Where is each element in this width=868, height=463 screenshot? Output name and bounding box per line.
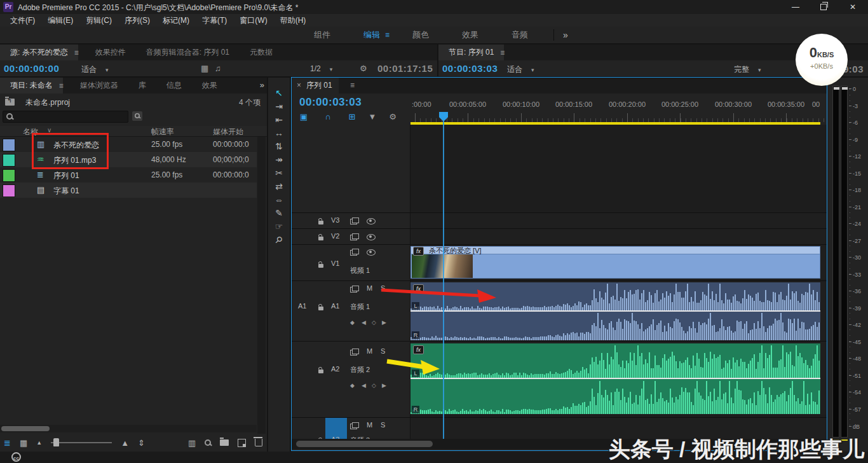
next-keyframe-icon[interactable]: ▶ — [382, 382, 386, 389]
menu-item-1[interactable]: 编辑(E) — [41, 14, 79, 27]
lock-icon[interactable] — [318, 367, 323, 375]
video-clip-body[interactable] — [410, 254, 820, 279]
mute-button[interactable]: M — [367, 421, 372, 429]
insert-overwrite-sequence-icon[interactable]: ▣ — [295, 111, 312, 123]
program-quality-dropdown[interactable]: 完整▾ — [734, 64, 761, 75]
tab-project-3[interactable]: 信息 — [156, 78, 192, 93]
sync-lock-icon[interactable] — [350, 234, 357, 242]
menu-item-6[interactable]: 窗口(W) — [233, 14, 273, 27]
tab-project-0[interactable]: 项目: 未命名 — [0, 78, 63, 93]
add-keyframe-icon[interactable]: ◆ — [350, 319, 355, 326]
sync-lock-icon[interactable] — [350, 423, 357, 431]
search-input[interactable] — [16, 111, 126, 122]
keyframe-icon[interactable]: ◇ — [372, 382, 376, 389]
sort-icon[interactable]: ⇕ — [138, 438, 145, 448]
new-item-icon[interactable] — [238, 439, 246, 447]
lock-icon[interactable] — [318, 218, 323, 226]
timeline-settings-icon[interactable]: ⚙ — [384, 111, 401, 123]
solo-button[interactable]: S — [381, 347, 385, 355]
creative-cloud-icon[interactable]: cc — [11, 452, 21, 462]
lock-icon[interactable] — [318, 261, 323, 269]
sync-lock-icon[interactable] — [350, 218, 357, 226]
workspace-tab-组件[interactable]: 组件 — [297, 29, 347, 41]
tab-source-0[interactable]: 源: 杀不死的爱恋 — [0, 45, 78, 60]
workspace-tab-音频[interactable]: 音频 — [495, 29, 545, 41]
track-label-v2[interactable]: V2 — [331, 232, 339, 240]
icon-view-icon[interactable]: ▦ — [20, 438, 27, 448]
lock-icon[interactable] — [318, 234, 323, 242]
workspace-tab-效果[interactable]: 效果 — [445, 29, 495, 41]
menu-item-5[interactable]: 字幕(T) — [196, 14, 233, 27]
linked-selection-icon[interactable]: ⊞ — [344, 111, 360, 123]
add-marker-icon[interactable]: ▼ — [364, 111, 381, 123]
column-header-framerate[interactable]: 帧速率 — [151, 127, 174, 137]
project-horizontal-scrollbar[interactable] — [0, 425, 257, 432]
program-timecode[interactable]: 00:00:03:03 — [442, 63, 498, 74]
tab-program-sequence[interactable]: 节目: 序列 01 — [438, 45, 504, 60]
tab-source-2[interactable]: 音频剪辑混合器: 序列 01 — [136, 45, 240, 60]
solo-button[interactable]: S — [381, 284, 385, 292]
track-name-a1[interactable]: 音频 1 — [350, 302, 370, 312]
rate-stretch-tool[interactable]: ↠ — [268, 153, 290, 166]
timeline-timecode[interactable]: 00:00:03:03 — [299, 96, 362, 109]
track-label-v3[interactable]: V3 — [331, 216, 339, 224]
label-color-chip[interactable] — [3, 169, 15, 182]
menu-item-0[interactable]: 文件(F) — [4, 14, 41, 27]
label-color-chip[interactable] — [3, 154, 15, 167]
slide-tool[interactable]: ⇔ — [268, 193, 290, 206]
panel-menu-icon[interactable]: ≡ — [350, 78, 355, 93]
add-keyframe-icon[interactable]: ◆ — [350, 382, 355, 389]
solo-button[interactable]: S — [381, 421, 385, 429]
tab-project-4[interactable]: 效果 — [192, 78, 227, 93]
sync-lock-icon[interactable] — [350, 349, 357, 357]
drag-video-icon[interactable]: ▦ — [201, 64, 208, 73]
mute-button[interactable]: M — [367, 347, 372, 355]
track-content-a2[interactable]: fx L R — [410, 341, 827, 415]
keyframe-icon[interactable]: ◇ — [372, 319, 376, 326]
scrollbar-thumb[interactable] — [1, 426, 50, 431]
mute-button[interactable]: M — [367, 284, 372, 292]
source-fit-dropdown[interactable]: 适合▾ — [81, 64, 109, 75]
source-settings-wrench-icon[interactable]: ⚙ — [360, 64, 367, 73]
razor-tool[interactable]: ✂ — [268, 167, 290, 179]
new-bin-icon[interactable] — [220, 439, 229, 446]
track-output-eye-icon[interactable] — [367, 234, 376, 242]
ripple-edit-tool[interactable]: ↔ — [268, 127, 290, 139]
project-search-box[interactable] — [3, 111, 128, 123]
close-icon[interactable]: × — [297, 81, 301, 90]
source-patch-a1[interactable]: A1 — [298, 302, 306, 310]
lock-icon[interactable] — [318, 304, 323, 312]
selection-tool[interactable]: ↖ — [268, 86, 290, 99]
delete-icon[interactable] — [255, 439, 262, 446]
restore-button[interactable] — [811, 0, 836, 14]
tab-sequence-01[interactable]: ×序列 01 — [292, 78, 339, 93]
snap-icon[interactable]: ∩ — [320, 111, 336, 123]
next-keyframe-icon[interactable]: ▶ — [382, 319, 386, 326]
table-row[interactable]: ≣序列 0125.00 fps00:00:00:0 — [0, 167, 257, 183]
pen-tool[interactable]: ✎ — [268, 207, 290, 219]
search-in-bin-button[interactable] — [132, 111, 142, 121]
previous-keyframe-icon[interactable]: ◀ — [362, 382, 366, 389]
menu-item-3[interactable]: 序列(S) — [118, 14, 156, 27]
project-vertical-scrollbar[interactable] — [257, 137, 266, 452]
track-label-a1[interactable]: A1 — [331, 302, 339, 310]
project-overflow-chevron[interactable]: » — [260, 80, 264, 90]
panel-menu-icon[interactable]: ≡ — [500, 48, 505, 57]
rolling-edit-tool[interactable]: ⇅ — [268, 140, 290, 153]
menu-item-2[interactable]: 剪辑(C) — [79, 14, 118, 27]
track-content-v2[interactable] — [410, 228, 827, 244]
item-name[interactable]: 字幕 01 — [53, 186, 79, 197]
minimize-button[interactable]: — — [783, 0, 808, 14]
drag-audio-icon[interactable]: ♫ — [215, 64, 221, 73]
sync-lock-icon[interactable] — [350, 286, 357, 294]
audio-clip-a2[interactable]: fx L R — [410, 343, 820, 414]
track-label-a2[interactable]: A2 — [331, 365, 339, 373]
zoom-out-thumbnail-icon[interactable]: ▲ — [36, 439, 42, 446]
zoom-in-thumbnail-icon[interactable]: ▲ — [121, 438, 129, 448]
workspace-tab-颜色[interactable]: 颜色 — [396, 29, 445, 41]
label-color-chip[interactable] — [3, 139, 15, 151]
source-resolution-dropdown[interactable]: 1/2▾ — [310, 64, 332, 73]
video-clip-title[interactable]: fx 杀不死的爱恋 [V] — [410, 246, 820, 254]
track-name-a2[interactable]: 音频 2 — [350, 365, 370, 375]
playhead-line[interactable] — [443, 121, 444, 439]
